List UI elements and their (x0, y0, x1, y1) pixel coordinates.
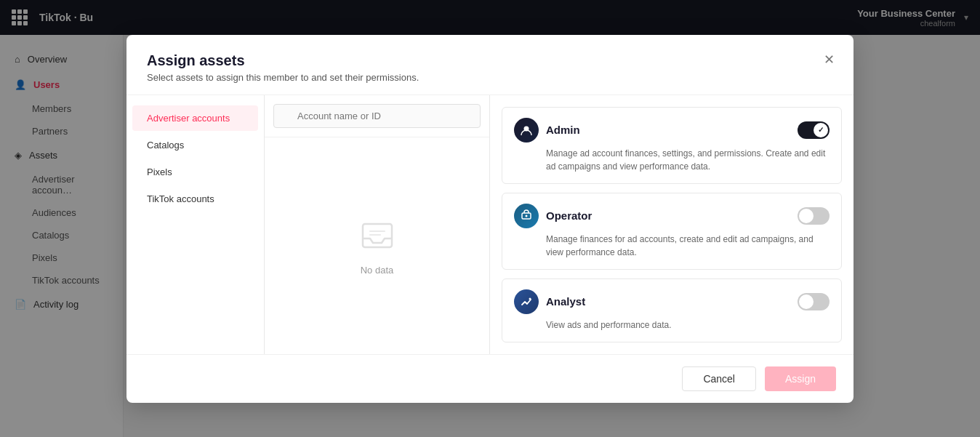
permission-card-admin: Admin ✓ Manage ad account finances, sett… (502, 107, 842, 184)
svg-point-4 (529, 297, 531, 300)
accounts-search-area: 🔍 (265, 95, 489, 137)
modal-subtitle: Select assets to assign this member to a… (147, 72, 833, 83)
cancel-button[interactable]: Cancel (682, 366, 756, 391)
permission-left-analyst: Analyst (514, 289, 585, 314)
operator-role-icon (514, 204, 539, 228)
search-input[interactable] (273, 104, 481, 128)
admin-role-icon (514, 118, 539, 143)
modal-body: Advertiser accounts Catalogs Pixels TikT… (126, 95, 854, 354)
svg-point-3 (526, 215, 528, 217)
search-wrapper: 🔍 (273, 104, 481, 128)
modal-close-button[interactable]: ✕ (819, 49, 839, 70)
permission-left-admin: Admin (514, 118, 580, 143)
modal-title: Assign assets (147, 52, 833, 69)
analyst-permission-name: Analyst (546, 295, 585, 308)
operator-toggle[interactable] (798, 207, 830, 225)
modal-footer: Cancel Assign (126, 354, 854, 403)
empty-text: No data (361, 265, 394, 276)
operator-permission-name: Operator (546, 209, 592, 222)
admin-permission-desc: Manage ad account finances, settings, an… (514, 147, 830, 173)
assign-button[interactable]: Assign (765, 366, 836, 391)
permission-header-operator: Operator (514, 204, 830, 228)
permission-card-operator: Operator Manage finances for ad accounts… (502, 193, 842, 270)
permission-card-analyst: Analyst View ads and performance data. (502, 278, 842, 342)
permission-left-operator: Operator (514, 204, 592, 228)
toggle-check-icon: ✓ (818, 126, 824, 134)
analyst-toggle[interactable] (798, 293, 830, 310)
modal-header: Assign assets Select assets to assign th… (126, 35, 854, 95)
permission-header-admin: Admin ✓ (514, 118, 830, 143)
nav-item-tiktok-accounts[interactable]: TikTok accounts (132, 186, 258, 212)
nav-item-advertiser-accounts[interactable]: Advertiser accounts (132, 105, 258, 131)
analyst-role-icon (514, 289, 539, 314)
operator-permission-desc: Manage finances for ad accounts, create … (514, 233, 830, 259)
nav-item-pixels[interactable]: Pixels (132, 159, 258, 185)
admin-permission-name: Admin (546, 124, 580, 136)
empty-inbox-icon (357, 215, 398, 256)
modal-accounts-panel: 🔍 No data (265, 95, 490, 354)
modal-overlay: Assign assets Select assets to assign th… (0, 0, 980, 437)
assign-assets-modal: Assign assets Select assets to assign th… (126, 35, 854, 403)
permission-header-analyst: Analyst (514, 289, 830, 314)
nav-item-catalogs[interactable]: Catalogs (132, 132, 258, 158)
admin-toggle[interactable]: ✓ (798, 121, 830, 139)
modal-nav: Advertiser accounts Catalogs Pixels TikT… (126, 95, 265, 354)
analyst-permission-desc: View ads and performance data. (514, 318, 830, 332)
accounts-empty-state: No data (265, 137, 489, 354)
modal-permissions-panel: Admin ✓ Manage ad account finances, sett… (490, 95, 854, 354)
